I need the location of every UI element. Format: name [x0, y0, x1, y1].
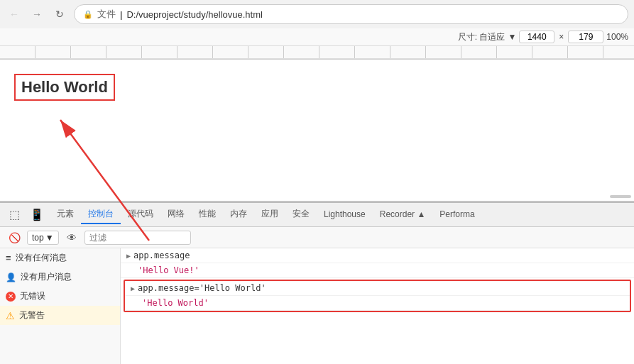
code-text-1: app.message: [133, 250, 190, 260]
tab-security[interactable]: 安全: [285, 205, 317, 224]
file-label: 文件: [97, 8, 116, 21]
tab-sources[interactable]: 源代码: [121, 205, 160, 224]
tab-network[interactable]: 网络: [160, 205, 192, 224]
tab-memory[interactable]: 内存: [223, 205, 254, 224]
devtools-tabs: 元素 控制台 源代码 网络 性能 内存 应用 安全 Lighthouse Rec…: [50, 205, 482, 224]
console-eye-button[interactable]: 👁: [63, 229, 80, 246]
sidebar-item-errors[interactable]: ✕ 无错误: [0, 287, 120, 306]
size-label: 尺寸: 自适应: [458, 31, 505, 43]
back-button[interactable]: ←: [6, 6, 23, 23]
string-text-4: 'Hello World': [142, 298, 209, 308]
top-label: top: [32, 233, 44, 243]
console-line-4[interactable]: 'Hello World': [125, 296, 630, 311]
console-context-selector[interactable]: top ▼: [27, 231, 59, 245]
console-toolbar: 🚫 top ▼ 👁: [0, 227, 634, 248]
arrow-icon-4: [131, 299, 139, 307]
url-separator: |: [120, 9, 122, 20]
console-line-3[interactable]: ▶ app.message='Hello World': [125, 281, 630, 296]
context-dropdown-icon: ▼: [45, 233, 54, 243]
zoom-label: 100%: [606, 32, 628, 42]
clear-console-button[interactable]: 🚫: [6, 229, 23, 246]
tab-performance-insights[interactable]: Performa: [432, 206, 481, 224]
console-highlighted-block: ▶ app.message='Hello World' 'Hello World…: [124, 280, 631, 312]
viewport-width-input[interactable]: [519, 31, 554, 43]
device-toolbar-button[interactable]: 📱: [27, 205, 47, 225]
user-icon: 👤: [6, 272, 16, 282]
reload-button[interactable]: ↻: [51, 6, 68, 23]
dropdown-icon: ▼: [508, 32, 516, 42]
arrow-icon-1: ▶: [126, 252, 131, 260]
devtools-toolbar: ⬚ 📱 元素 控制台 源代码 网络 性能 内存 应用 安全 Lighthouse…: [0, 203, 634, 227]
tab-elements[interactable]: 元素: [50, 205, 81, 224]
lock-icon: 🔒: [83, 10, 93, 19]
tab-application[interactable]: 应用: [254, 205, 285, 224]
string-text-2: 'Hello Vue!': [138, 265, 200, 275]
browser-chrome: ← → ↻ 🔒 文件 | D:/vueproject/study/hellovu…: [0, 0, 634, 60]
tab-performance[interactable]: 性能: [192, 205, 223, 224]
tab-console[interactable]: 控制台: [81, 205, 121, 224]
sidebar-item-warnings[interactable]: ⚠ 无警告: [0, 306, 120, 325]
browser-toolbar: ← → ↻ 🔒 文件 | D:/vueproject/study/hellovu…: [0, 0, 634, 28]
list-icon: ≡: [6, 253, 11, 263]
code-text-3: app.message='Hello World': [138, 283, 266, 293]
forward-button[interactable]: →: [28, 6, 45, 23]
console-line-1[interactable]: ▶ app.message: [121, 248, 634, 263]
tab-lighthouse[interactable]: Lighthouse: [317, 206, 373, 224]
arrow-icon-3: ▶: [131, 285, 135, 292]
ruler-marks: [0, 46, 634, 58]
console-content: ≡ 没有任何消息 👤 没有用户消息 ✕ 无错误 ⚠ 无警告 ▶ app.mess…: [0, 248, 634, 364]
sidebar-item-no-messages[interactable]: ≡ 没有任何消息: [0, 248, 120, 268]
page-content-area: Hello World: [0, 60, 634, 202]
address-bar[interactable]: 🔒 文件 | D:/vueproject/study/hellovue.html: [74, 4, 628, 24]
ruler: [0, 46, 634, 59]
viewport-height-input[interactable]: [568, 31, 603, 43]
sidebar-item-user-messages[interactable]: 👤 没有用户消息: [0, 268, 120, 287]
console-filter-input[interactable]: [84, 231, 191, 245]
url-text: D:/vueproject/study/hellovue.html: [126, 9, 262, 20]
error-icon: ✕: [6, 292, 16, 302]
arrow-icon-2: [126, 267, 135, 275]
console-sidebar: ≡ 没有任何消息 👤 没有用户消息 ✕ 无错误 ⚠ 无警告: [0, 248, 121, 364]
viewport-bar: 尺寸: 自适应 ▼ × 100%: [0, 28, 634, 46]
viewport-x: ×: [559, 32, 564, 42]
tab-recorder[interactable]: Recorder ▲: [373, 206, 433, 224]
warn-icon: ⚠: [6, 310, 15, 321]
console-main: ▶ app.message 'Hello Vue!' ▶ app.message…: [121, 248, 634, 364]
hello-world-text: Hello World: [14, 74, 115, 101]
scroll-hint: [610, 195, 631, 198]
devtools-panel: ⬚ 📱 元素 控制台 源代码 网络 性能 内存 应用 安全 Lighthouse…: [0, 202, 634, 364]
inspect-element-button[interactable]: ⬚: [4, 205, 24, 225]
console-line-2[interactable]: 'Hello Vue!': [121, 263, 634, 278]
